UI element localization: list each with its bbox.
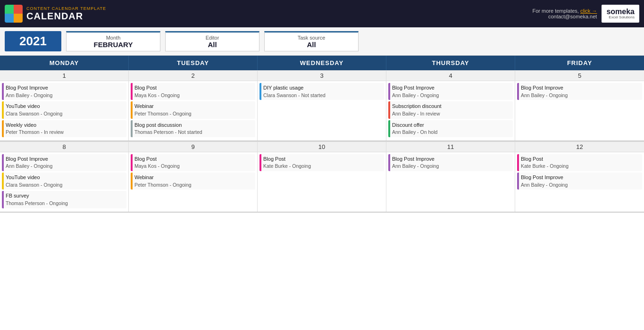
app-title: CALENDAR [26, 11, 106, 22]
task-control[interactable]: Task source All [264, 31, 359, 51]
event-title: Discount offer [392, 121, 437, 129]
event-meta: Ann Bailey - Ongoing [392, 163, 439, 170]
week-row-1: 1Blog Post ImproveAnn Bailey - OngoingYo… [0, 70, 644, 141]
list-item[interactable]: Blog post discussionThomas Peterson - No… [131, 120, 255, 137]
day-number-4: 4 [386, 71, 515, 81]
event-meta: Clara Swanson - Not started [263, 92, 326, 99]
header-tuesday: TUESDAY [129, 56, 258, 70]
event-title: Blog Post [134, 155, 180, 163]
event-content: Subscription discountAnn Bailey - In rev… [390, 101, 443, 118]
event-meta: Maya Kos - Ongoing [134, 92, 180, 99]
event-meta: Peter Thomson - Ongoing [134, 182, 192, 189]
event-title: Blog Post [263, 155, 311, 163]
list-item[interactable]: Blog PostKate Burke - Ongoing [517, 154, 642, 171]
header-thursday: THURSDAY [386, 56, 515, 70]
list-item[interactable]: Blog PostKate Burke - Ongoing [259, 154, 384, 171]
list-item[interactable]: Discount offerAnn Bailey - On hold [388, 120, 513, 137]
event-content: Blog PostKate Burke - Ongoing [519, 154, 570, 171]
day-cell-10: 10Blog PostKate Burke - Ongoing [258, 141, 386, 212]
list-item[interactable]: YouTube videoClara Swanson - Ongoing [2, 173, 126, 190]
day-number-2: 2 [129, 71, 257, 81]
editor-value: All [208, 41, 217, 49]
day-number-11: 11 [386, 142, 515, 152]
event-title: FB survey [6, 192, 68, 200]
event-title: Subscription discount [392, 102, 442, 110]
event-title: Blog Post Improve [6, 155, 52, 163]
top-header: CONTENT CALENDAR TEMPLATE CALENDAR For m… [0, 0, 644, 27]
event-title: Blog Post Improve [521, 173, 568, 182]
week-row-2: 8Blog Post ImproveAnn Bailey - OngoingYo… [0, 141, 644, 213]
day-number-1: 1 [0, 71, 128, 81]
list-item[interactable]: Blog PostMaya Kos - Ongoing [131, 83, 255, 100]
editor-control[interactable]: Editor All [165, 31, 259, 51]
event-title: Blog Post Improve [392, 155, 439, 163]
month-control[interactable]: Month FEBRUARY [66, 31, 160, 51]
event-content: Blog Post ImproveAnn Bailey - Ongoing [390, 154, 441, 171]
brand-name: someka [606, 8, 635, 16]
event-title: Blog Post [521, 155, 569, 163]
day-cell-3: 3DIY plastic usageClara Swanson - Not st… [258, 70, 386, 140]
list-item[interactable]: FB surveyThomas Peterson - Ongoing [2, 191, 126, 208]
day-cell-9: 9Blog PostMaya Kos - OngoingWebinarPeter… [129, 141, 258, 212]
header-wednesday: WEDNESDAY [258, 56, 386, 70]
event-content: DIY plastic usageClara Swanson - Not sta… [261, 83, 327, 100]
day-number-3: 3 [258, 71, 386, 81]
day-cell-4: 4Blog Post ImproveAnn Bailey - OngoingSu… [386, 70, 515, 140]
list-item[interactable]: YouTube videoClara Swanson - Ongoing [2, 101, 126, 118]
event-title: YouTube video [6, 173, 62, 182]
event-meta: Ann Bailey - On hold [392, 129, 437, 136]
event-content: Blog Post ImproveAnn Bailey - Ongoing [519, 173, 569, 190]
list-item[interactable]: Blog Post ImproveAnn Bailey - Ongoing [517, 83, 642, 100]
event-content: Blog PostMaya Kos - Ongoing [133, 83, 182, 100]
list-item[interactable]: WebinarPeter Thomson - Ongoing [131, 101, 255, 118]
header-friday: FRIDAY [515, 56, 644, 70]
day-number-8: 8 [0, 142, 128, 152]
event-title: Blog post discussion [134, 121, 202, 129]
list-item[interactable]: Blog PostMaya Kos - Ongoing [131, 154, 255, 171]
list-item[interactable]: Blog Post ImproveAnn Bailey - Ongoing [517, 173, 642, 190]
promo-text: For more templates, [532, 8, 578, 14]
header-text: CONTENT CALENDAR TEMPLATE CALENDAR [26, 6, 106, 22]
event-title: Webinar [134, 173, 192, 182]
list-item[interactable]: Blog Post ImproveAnn Bailey - Ongoing [388, 83, 513, 100]
event-meta: Ann Bailey - Ongoing [6, 163, 52, 170]
list-item[interactable]: Subscription discountAnn Bailey - In rev… [388, 101, 513, 118]
task-value: All [307, 41, 316, 49]
promo-link[interactable]: click → [580, 8, 597, 14]
header-right: For more templates, click → contact@some… [532, 5, 639, 23]
list-item[interactable]: Blog Post ImproveAnn Bailey - Ongoing [388, 154, 513, 171]
brand-logo: someka Excel Solutions [602, 5, 639, 23]
event-content: YouTube videoClara Swanson - Ongoing [4, 173, 64, 190]
event-meta: Thomas Peterson - Not started [134, 129, 202, 136]
event-content: WebinarPeter Thomson - Ongoing [133, 101, 193, 118]
task-label: Task source [298, 35, 326, 41]
day-cell-1: 1Blog Post ImproveAnn Bailey - OngoingYo… [0, 70, 129, 140]
event-content: YouTube videoClara Swanson - Ongoing [4, 101, 64, 118]
list-item[interactable]: Blog Post ImproveAnn Bailey - Ongoing [2, 83, 126, 100]
contact-text: contact@someka.net [548, 14, 597, 19]
controls-row: 2021 Month FEBRUARY Editor All Task sour… [0, 27, 644, 56]
event-content: FB surveyThomas Peterson - Ongoing [4, 191, 70, 208]
list-item[interactable]: Blog Post ImproveAnn Bailey - Ongoing [2, 154, 126, 171]
event-title: Blog Post Improve [392, 84, 439, 92]
list-item[interactable]: WebinarPeter Thomson - Ongoing [131, 173, 255, 190]
list-item[interactable]: DIY plastic usageClara Swanson - Not sta… [259, 83, 384, 100]
event-content: Blog post discussionThomas Peterson - No… [133, 120, 204, 137]
event-meta: Ann Bailey - Ongoing [392, 92, 439, 99]
day-number-9: 9 [129, 142, 257, 152]
event-content: Discount offerAnn Bailey - On hold [390, 120, 439, 137]
event-meta: Clara Swanson - Ongoing [6, 110, 62, 118]
header-info: For more templates, click → contact@some… [532, 8, 597, 19]
event-meta: Ann Bailey - Ongoing [521, 182, 568, 189]
event-meta: Kate Burke - Ongoing [263, 163, 311, 170]
event-content: Blog Post ImproveAnn Bailey - Ongoing [519, 83, 569, 100]
day-headers: MONDAY TUESDAY WEDNESDAY THURSDAY FRIDAY [0, 56, 644, 70]
editor-label: Editor [206, 35, 219, 41]
calendar-body: 1Blog Post ImproveAnn Bailey - OngoingYo… [0, 70, 644, 213]
brand-tagline: Excel Solutions [606, 16, 635, 20]
event-meta: Peter Thomson - In review [6, 129, 64, 136]
day-cell-2: 2Blog PostMaya Kos - OngoingWebinarPeter… [129, 70, 258, 140]
calendar: MONDAY TUESDAY WEDNESDAY THURSDAY FRIDAY… [0, 56, 644, 213]
list-item[interactable]: Weekly videoPeter Thomson - In review [2, 120, 126, 137]
event-title: Weekly video [6, 121, 64, 129]
